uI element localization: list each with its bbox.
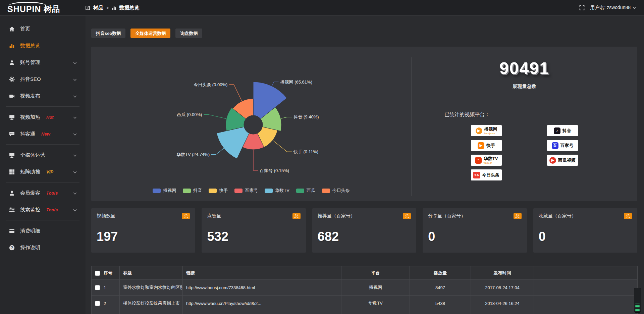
sidebar-item-clue-monitor[interactable]: 线索监控Tools: [0, 201, 86, 218]
chevron-down-icon: [73, 131, 77, 137]
sidebar-item-douketong[interactable]: 抖客通New: [0, 125, 86, 142]
card-icon: [9, 228, 15, 234]
platform-name: 快手: [486, 143, 495, 148]
chevron-down-icon: [633, 7, 636, 9]
legend-item-西瓜[interactable]: 西瓜: [296, 188, 315, 194]
monitor-icon: [9, 114, 15, 120]
sidebar-item-expense-detail[interactable]: 消费明细: [0, 222, 86, 239]
platform-logo-icon: ♪: [554, 127, 560, 134]
cell-index: 1: [100, 280, 120, 296]
sidebar-divider: [6, 220, 79, 220]
legend-item-今日头条[interactable]: 今日头条: [322, 188, 350, 194]
tab-bar: 抖音seo数据全媒体运营数据询盘数据: [91, 29, 637, 38]
platform-badge-华数TV: *华数TVwasu.cn: [471, 155, 502, 166]
table-header-row: 序号标题链接平台播放量发布时间: [92, 266, 638, 280]
total-impressions-label: 展现量总数: [513, 84, 536, 90]
cell-time: 2018-04-26 16:24: [471, 296, 534, 311]
video-table: 序号标题链接平台播放量发布时间 1室外水纹灯和室内水纹灯的区别和简介http:/…: [91, 266, 638, 314]
sidebar-item-data-overview[interactable]: 数据总览: [0, 37, 86, 54]
legend-item-播视网[interactable]: 播视网: [153, 188, 176, 194]
legend-swatch: [183, 189, 191, 193]
cell-title[interactable]: 室外水纹灯和室内水纹灯的区别和简介: [120, 280, 183, 296]
platforms-title: 已统计的视频平台：: [444, 111, 490, 118]
svg-text:?: ?: [11, 246, 13, 250]
legend-swatch: [265, 189, 273, 193]
row-checkbox[interactable]: [95, 285, 100, 290]
column-header-0: 序号: [100, 266, 120, 280]
breadcrumb: 树品 > 数据总览: [86, 5, 140, 11]
platform-subtext: wasu.cn: [484, 162, 492, 164]
chevron-down-icon: [73, 207, 77, 213]
legend-item-华数TV[interactable]: 华数TV: [265, 188, 289, 194]
overview-panel: 播视网 (65.61%)抖音 (9.40%)快手 (0.11%)百家号 (0.1…: [91, 47, 637, 201]
cell-views: 5438: [410, 296, 471, 311]
breadcrumb-current: 数据总览: [119, 5, 140, 11]
sidebar-item-media-operation[interactable]: 全媒体运营: [0, 147, 86, 163]
column-header-2: 链接: [183, 266, 341, 280]
stat-card-value: 197: [91, 224, 195, 244]
legend-label: 播视网: [163, 188, 176, 194]
legend-item-百家号[interactable]: 百家号: [234, 188, 258, 194]
cell-link[interactable]: [183, 311, 341, 314]
sidebar-item-member-baoke[interactable]: 会员爆客Tools: [0, 185, 86, 201]
sidebar-item-home[interactable]: 首页: [0, 20, 86, 37]
sidebar-item-matrix-boost[interactable]: 矩阵助推VIP: [0, 163, 86, 180]
stat-card-header: 视频数量总: [91, 208, 195, 224]
column-header-4: 播放量: [410, 266, 471, 280]
legend-label: 快手: [219, 188, 228, 194]
stat-card-label: 视频数量: [97, 213, 115, 219]
tab-0[interactable]: 抖音seo数据: [91, 29, 125, 38]
pie-label-播视网: 播视网 (65.61%): [280, 80, 312, 85]
platform-badge-抖音: ♪抖音: [547, 125, 578, 136]
sidebar-divider: [6, 144, 79, 145]
cell-title[interactable]: [120, 311, 183, 314]
platform-badge-今日头条: 头条今日头条: [471, 169, 502, 180]
select-all-checkbox[interactable]: [95, 271, 100, 276]
user-icon: [9, 60, 15, 65]
sidebar: 首页数据总览账号管理抖音SEO视频发布视频加热Hot抖客通New全媒体运营矩阵助…: [0, 16, 86, 314]
cell-title[interactable]: 楼体投影灯投影效果震撼上市: [120, 296, 183, 311]
breadcrumb-root[interactable]: 树品: [93, 5, 103, 11]
fullscreen-icon[interactable]: [579, 5, 585, 10]
legend-label: 抖音: [193, 188, 202, 194]
sidebar-item-video-publish[interactable]: 视频发布: [0, 88, 86, 104]
scrollbar-widget[interactable]: [634, 288, 641, 313]
sidebar-item-operation-guide[interactable]: ?操作说明: [0, 239, 86, 256]
chevron-down-icon: [73, 114, 77, 120]
sidebar-item-label: 抖音SEO: [20, 76, 41, 83]
pie-label-百家号: 百家号 (0.15%): [260, 168, 289, 173]
legend-item-快手[interactable]: 快手: [209, 188, 228, 194]
platform-logo-icon: ▶: [476, 127, 482, 134]
stat-cards-row: 视频数量总197点赞量总532推荐量（百家号）总682分享量（百家号）总0收藏量…: [91, 208, 637, 253]
legend-label: 西瓜: [307, 188, 315, 194]
total-badge: 总: [292, 213, 301, 219]
platform-logo-icon: ▶: [478, 142, 484, 149]
cell-platform: 华数TV: [341, 296, 410, 311]
sidebar-item-badge: Tools: [46, 207, 58, 212]
sidebar-item-video-heat[interactable]: 视频加热Hot: [0, 109, 86, 125]
platform-subtext: boosj.com: [484, 132, 495, 135]
platform-name: 西瓜视频: [558, 158, 576, 163]
cell-link[interactable]: http://www.wasu.cn/Play/show/id/952...: [183, 296, 341, 311]
sidebar-item-account-manage[interactable]: 账号管理: [0, 54, 86, 71]
label-line-西瓜: [204, 115, 226, 119]
tab-1[interactable]: 全媒体运营数据: [130, 29, 170, 38]
sidebar-item-douyin-seo[interactable]: 抖音SEO: [0, 71, 86, 88]
cell-link[interactable]: http://www.boosj.com/7338468.html: [183, 280, 341, 296]
platform-badges: ▶播视网boosj.com▶快手*华数TVwasu.cn头条今日头条 ♪抖音百百…: [471, 125, 578, 180]
home-icon: [9, 26, 15, 32]
tab-2[interactable]: 询盘数据: [175, 29, 202, 38]
sidebar-item-label: 线索监控: [20, 207, 40, 213]
legend-swatch: [322, 189, 330, 193]
chevron-down-icon: [73, 93, 77, 99]
user-menu[interactable]: 用户名: zswodun88: [590, 5, 636, 11]
platform-name: 播视网: [484, 127, 497, 132]
cell-empty: [534, 280, 638, 296]
logo: SHUPIN 树品: [0, 1, 86, 14]
platform-badge-快手: ▶快手: [471, 140, 502, 151]
cell-views: 8497: [410, 280, 471, 296]
pie-slice-华数TV[interactable]: [217, 127, 249, 159]
row-checkbox[interactable]: [95, 301, 100, 306]
sidebar-item-label: 数据总览: [20, 43, 40, 49]
legend-item-抖音[interactable]: 抖音: [183, 188, 202, 194]
